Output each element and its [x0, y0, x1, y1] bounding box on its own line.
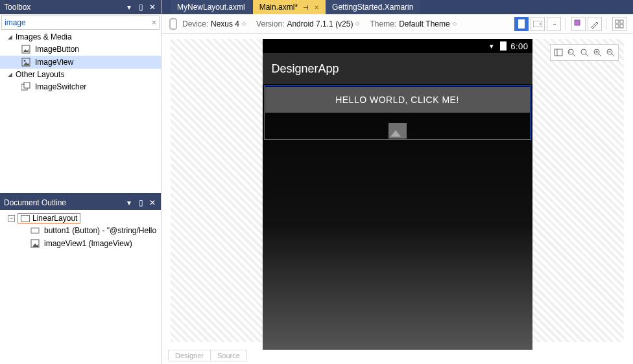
group-images-media[interactable]: ◢ Images & Media — [0, 31, 161, 43]
version-value: Android 7.1.1 (v25) — [287, 19, 353, 28]
collapse-icon[interactable]: − — [8, 215, 15, 222]
hello-button[interactable]: HELLO WORLD, CLICK ME! — [265, 87, 530, 113]
root-label: LinearLayout — [32, 214, 77, 223]
wifi-icon: ▾ — [490, 42, 494, 51]
group-other-layouts[interactable]: ◢ Other Layouts — [0, 69, 161, 80]
fit-icon[interactable] — [552, 46, 565, 59]
outline-header: Document Outline ▾ ▯ ✕ — [0, 196, 161, 210]
svg-marker-4 — [23, 62, 29, 65]
source-tab[interactable]: Source — [211, 350, 247, 361]
device-value: Nexus 4 — [211, 19, 239, 28]
svg-text:1: 1 — [569, 50, 571, 54]
toolbox-title: Toolbox — [4, 3, 122, 12]
editor-tabs: MyNewLayout.axml Main.axml* ⊣ ✕ GettingS… — [161, 0, 633, 14]
toolbox-search[interactable]: × — [1, 16, 160, 30]
app-bar: DesignerApp — [263, 53, 532, 84]
zoom-reset-icon[interactable]: 1 — [565, 46, 578, 59]
tab-label: Main.axml* — [259, 3, 298, 12]
zoom-out-icon[interactable] — [604, 46, 617, 59]
pin-icon[interactable]: ▯ — [136, 198, 145, 207]
svg-marker-9 — [32, 244, 38, 247]
expander-icon[interactable]: ◢ — [8, 34, 14, 40]
svg-line-31 — [612, 54, 614, 56]
toolbox-header: Toolbox ▾ ▯ ✕ — [0, 0, 161, 14]
designer-canvas[interactable]: ▾ 6:00 DesignerApp HELLO WORLD, CLICK ME… — [161, 34, 633, 364]
item-imageview[interactable]: ImageView — [0, 56, 161, 69]
group-label: Other Layouts — [16, 70, 64, 79]
separator — [565, 18, 566, 30]
portrait-button[interactable] — [514, 17, 529, 31]
svg-marker-1 — [23, 49, 29, 52]
item-label: ImageSwitcher — [35, 82, 86, 91]
item-imageswitcher[interactable]: ImageSwitcher — [0, 80, 161, 93]
layout-root[interactable]: HELLO WORLD, CLICK ME! — [263, 84, 532, 141]
version-label: Version: — [256, 19, 284, 28]
selection-outline: HELLO WORLD, CLICK ME! — [264, 85, 531, 140]
version-dropdown[interactable]: ◇ — [354, 21, 361, 27]
landscape-button[interactable] — [531, 17, 545, 31]
svg-rect-18 — [620, 25, 623, 28]
expander-icon[interactable]: ◢ — [8, 71, 14, 78]
view-tabs: Designer Source — [168, 350, 247, 361]
svg-line-22 — [573, 54, 575, 56]
imageview-icon — [21, 57, 31, 67]
designer-tab[interactable]: Designer — [168, 350, 211, 361]
svg-rect-19 — [555, 49, 562, 56]
child-label: imageView1 (ImageView) — [44, 239, 132, 248]
item-label: ImageView — [35, 58, 73, 67]
separator — [606, 18, 606, 30]
svg-rect-7 — [31, 228, 39, 233]
search-input[interactable] — [5, 18, 152, 27]
dropdown-icon[interactable]: ▾ — [125, 198, 134, 207]
svg-rect-17 — [615, 25, 619, 28]
close-tab-icon[interactable]: ✕ — [314, 4, 319, 11]
item-imagebutton[interactable]: ImageButton — [0, 43, 161, 56]
pin-icon[interactable]: ▯ — [136, 3, 145, 12]
linearlayout-icon — [21, 215, 30, 222]
highlight-button[interactable] — [571, 17, 586, 31]
grid-button[interactable] — [612, 17, 627, 31]
svg-point-13 — [540, 23, 541, 25]
phone-icon — [168, 19, 178, 29]
zoom-in-icon[interactable] — [591, 46, 604, 59]
clock: 6:00 — [510, 41, 528, 51]
svg-rect-10 — [170, 19, 176, 29]
toolbox-tree: ◢ Images & Media ImageButton ImageView ◢… — [0, 30, 161, 193]
dropdown-icon[interactable]: ▾ — [125, 3, 134, 12]
more-button[interactable]: ··· — [547, 17, 561, 31]
device-preview: ▾ 6:00 DesignerApp HELLO WORLD, CLICK ME… — [263, 39, 532, 350]
theme-value: Default Theme — [399, 19, 450, 28]
imagebutton-icon — [21, 44, 31, 54]
edit-button[interactable] — [588, 17, 602, 31]
svg-rect-15 — [615, 20, 619, 23]
outline-title: Document Outline — [4, 198, 122, 207]
outline-child-imageview[interactable]: imageView1 (ImageView) — [0, 237, 161, 250]
zoom-actual-icon[interactable] — [578, 46, 591, 59]
group-label: Images & Media — [16, 32, 72, 41]
zoom-toolbar: 1 — [550, 44, 619, 61]
svg-rect-11 — [518, 19, 525, 28]
tab-gettingstarted[interactable]: GettingStarted.Xamarin — [326, 0, 420, 14]
clear-search-icon[interactable]: × — [152, 18, 156, 27]
outline-root[interactable]: − LinearLayout — [0, 212, 161, 224]
device-dropdown[interactable]: ◇ — [241, 21, 247, 27]
close-icon[interactable]: ✕ — [148, 3, 157, 12]
outline-child-button[interactable]: button1 (Button) - "@string/Hello — [0, 224, 161, 237]
tab-mynewlayout[interactable]: MyNewLayout.axml — [171, 0, 252, 14]
svg-rect-16 — [620, 20, 623, 23]
toolbox-panel: Toolbox ▾ ▯ ✕ × ◢ Images & Media ImageBu… — [0, 0, 161, 196]
tab-main-axml[interactable]: Main.axml* ⊣ ✕ — [253, 0, 326, 14]
imageswitcher-icon — [21, 82, 31, 92]
imageview-placeholder[interactable] — [388, 123, 407, 139]
pin-icon[interactable]: ⊣ — [303, 4, 309, 11]
button-icon — [30, 225, 40, 236]
designer-toolbar: Device: Nexus 4 ◇ Version: Android 7.1.1… — [161, 14, 633, 34]
theme-dropdown[interactable]: ◇ — [451, 21, 458, 27]
svg-line-27 — [599, 54, 601, 56]
svg-point-3 — [24, 60, 26, 62]
tab-label: MyNewLayout.axml — [177, 3, 245, 12]
app-title: DesignerApp — [272, 62, 339, 76]
battery-icon — [500, 41, 507, 51]
theme-label: Theme: — [370, 19, 396, 28]
close-icon[interactable]: ✕ — [148, 198, 157, 207]
